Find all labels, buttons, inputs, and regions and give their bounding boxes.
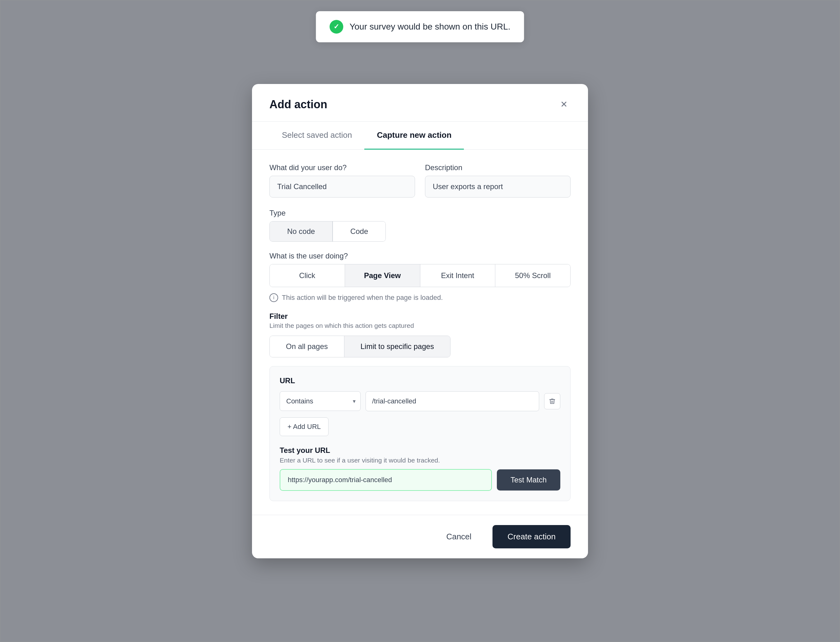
info-message: i This action will be triggered when the… <box>269 293 571 302</box>
cancel-button[interactable]: Cancel <box>431 525 486 548</box>
tab-select-saved[interactable]: Select saved action <box>269 122 364 150</box>
modal-overlay: Add action ✕ Select saved action Capture… <box>0 0 840 642</box>
type-label: Type <box>269 209 571 217</box>
test-url-label: Test your URL <box>280 446 560 455</box>
test-match-button[interactable]: Test Match <box>497 469 560 491</box>
add-action-modal: Add action ✕ Select saved action Capture… <box>252 84 588 558</box>
add-url-button[interactable]: + Add URL <box>280 417 329 436</box>
modal-footer: Cancel Create action <box>252 515 588 558</box>
create-action-button[interactable]: Create action <box>493 525 571 548</box>
what-label: What did your user do? <box>269 163 415 172</box>
type-code-button[interactable]: Code <box>333 222 386 242</box>
test-url-row: Test Match <box>280 469 560 491</box>
close-button[interactable]: ✕ <box>557 98 571 111</box>
toast-text: Your survey would be shown on this URL. <box>349 22 510 32</box>
tab-capture-new[interactable]: Capture new action <box>364 122 464 150</box>
filter-specific-pages-button[interactable]: Limit to specific pages <box>344 336 450 357</box>
form-group-type: Type No code Code <box>269 209 571 242</box>
user-doing-label: What is the user doing? <box>269 251 571 260</box>
toast-notification: Your survey would be shown on this URL. <box>316 11 524 42</box>
info-icon: i <box>269 293 278 302</box>
description-input[interactable] <box>425 176 571 198</box>
url-condition-wrapper: Contains Equals Starts with Ends with <box>280 391 361 411</box>
user-doing-toggle: Click Page View Exit Intent 50% Scroll <box>269 264 571 287</box>
modal-title: Add action <box>269 98 327 111</box>
filter-all-pages-button[interactable]: On all pages <box>270 336 344 357</box>
what-input[interactable] <box>269 176 415 198</box>
user-doing-pageview-button[interactable]: Page View <box>345 264 420 287</box>
url-value-input[interactable] <box>366 391 539 411</box>
url-row: Contains Equals Starts with Ends with <box>280 391 560 411</box>
url-label: URL <box>280 376 560 385</box>
modal-header: Add action ✕ <box>252 84 588 122</box>
modal-body: What did your user do? Description Type … <box>252 150 588 515</box>
type-toggle: No code Code <box>269 221 386 242</box>
description-label: Description <box>425 163 571 172</box>
test-url-section: Test your URL Enter a URL to see if a us… <box>280 446 560 491</box>
info-text: This action will be triggered when the p… <box>282 293 443 302</box>
filter-toggle: On all pages Limit to specific pages <box>269 336 451 357</box>
test-url-input[interactable] <box>280 469 492 491</box>
user-doing-click-button[interactable]: Click <box>270 264 345 287</box>
type-no-code-button[interactable]: No code <box>270 222 332 242</box>
url-condition-select[interactable]: Contains Equals Starts with Ends with <box>280 391 361 411</box>
filter-sublabel: Limit the pages on which this action get… <box>269 322 571 329</box>
toast-check-icon <box>329 20 343 34</box>
filter-label: Filter <box>269 312 571 321</box>
filter-section: Filter Limit the pages on which this act… <box>269 312 571 357</box>
form-group-user-doing: What is the user doing? Click Page View … <box>269 251 571 287</box>
form-group-what: What did your user do? <box>269 163 415 198</box>
url-delete-button[interactable] <box>544 393 560 409</box>
form-row-what-description: What did your user do? Description <box>269 163 571 198</box>
tabs-container: Select saved action Capture new action <box>252 122 588 150</box>
user-doing-scroll-button[interactable]: 50% Scroll <box>495 264 570 287</box>
url-section: URL Contains Equals Starts with Ends wit… <box>269 366 571 501</box>
user-doing-exitintent-button[interactable]: Exit Intent <box>420 264 495 287</box>
test-url-sublabel: Enter a URL to see if a user visiting it… <box>280 457 560 464</box>
form-group-description: Description <box>425 163 571 198</box>
